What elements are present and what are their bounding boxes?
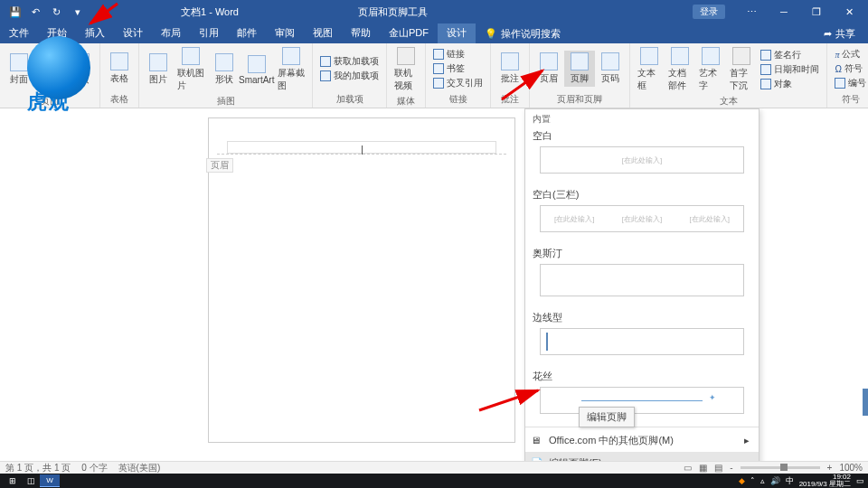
- huguan-logo: [27, 36, 90, 99]
- svg-line-1: [502, 70, 542, 99]
- logo-globe-icon: [27, 36, 90, 99]
- svg-line-0: [90, 4, 118, 23]
- annotation-arrows: [0, 0, 868, 488]
- svg-line-2: [479, 390, 538, 410]
